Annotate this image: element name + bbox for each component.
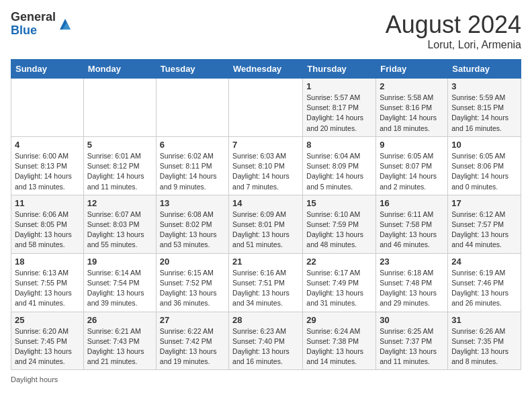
- day-number: 3: [451, 81, 517, 91]
- logo: General Blue: [11, 11, 73, 38]
- day-number: 29: [306, 315, 372, 325]
- calendar-day-cell: 3Sunrise: 5:59 AM Sunset: 8:15 PM Daylig…: [448, 79, 521, 137]
- calendar-day-cell: 1Sunrise: 5:57 AM Sunset: 8:17 PM Daylig…: [303, 79, 376, 137]
- calendar-day-cell: 19Sunrise: 6:14 AM Sunset: 7:54 PM Dayli…: [83, 253, 156, 312]
- footer: Daylight hours: [11, 375, 521, 383]
- logo-blue: Blue: [11, 24, 56, 38]
- day-info: Sunrise: 5:58 AM Sunset: 8:16 PM Dayligh…: [380, 93, 444, 134]
- day-number: 15: [306, 198, 372, 208]
- day-info: Sunrise: 6:24 AM Sunset: 7:38 PM Dayligh…: [306, 326, 372, 367]
- day-info: Sunrise: 6:09 AM Sunset: 8:01 PM Dayligh…: [232, 210, 299, 250]
- calendar-day-cell: 16Sunrise: 6:11 AM Sunset: 7:58 PM Dayli…: [376, 195, 448, 253]
- page-header: General Blue August 2024 Lorut, Lori, Ar…: [11, 11, 521, 51]
- day-number: 27: [160, 315, 225, 325]
- calendar-day-cell: 20Sunrise: 6:15 AM Sunset: 7:52 PM Dayli…: [156, 253, 228, 312]
- day-of-week-header: Saturday: [448, 60, 521, 79]
- calendar-day-cell: 24Sunrise: 6:19 AM Sunset: 7:46 PM Dayli…: [448, 253, 521, 312]
- day-info: Sunrise: 6:01 AM Sunset: 8:12 PM Dayligh…: [87, 151, 152, 192]
- calendar-week-row: 25Sunrise: 6:20 AM Sunset: 7:45 PM Dayli…: [11, 312, 521, 370]
- calendar-day-cell: 8Sunrise: 6:04 AM Sunset: 8:09 PM Daylig…: [303, 136, 376, 195]
- day-info: Sunrise: 6:15 AM Sunset: 7:52 PM Dayligh…: [160, 268, 225, 309]
- title-block: August 2024 Lorut, Lori, Armenia: [386, 11, 521, 51]
- day-number: 23: [380, 257, 444, 267]
- day-number: 17: [451, 198, 517, 208]
- day-info: Sunrise: 6:08 AM Sunset: 8:02 PM Dayligh…: [160, 210, 225, 250]
- day-info: Sunrise: 6:03 AM Sunset: 8:10 PM Dayligh…: [232, 151, 299, 192]
- day-info: Sunrise: 6:13 AM Sunset: 7:55 PM Dayligh…: [15, 268, 80, 309]
- day-number: 16: [380, 198, 444, 208]
- calendar-day-cell: 26Sunrise: 6:21 AM Sunset: 7:43 PM Dayli…: [83, 312, 156, 370]
- day-number: 26: [87, 315, 152, 325]
- calendar-day-cell: 4Sunrise: 6:00 AM Sunset: 8:13 PM Daylig…: [11, 136, 84, 195]
- calendar-day-cell: 15Sunrise: 6:10 AM Sunset: 7:59 PM Dayli…: [303, 195, 376, 253]
- day-of-week-header: Monday: [83, 60, 156, 79]
- day-number: 13: [160, 198, 225, 208]
- day-info: Sunrise: 6:26 AM Sunset: 7:35 PM Dayligh…: [451, 326, 517, 367]
- day-info: Sunrise: 6:25 AM Sunset: 7:37 PM Dayligh…: [380, 326, 444, 367]
- day-info: Sunrise: 6:19 AM Sunset: 7:46 PM Dayligh…: [451, 268, 517, 309]
- day-info: Sunrise: 5:59 AM Sunset: 8:15 PM Dayligh…: [451, 93, 517, 134]
- day-number: 5: [87, 140, 152, 150]
- day-of-week-header: Friday: [376, 60, 448, 79]
- calendar-day-cell: 30Sunrise: 6:25 AM Sunset: 7:37 PM Dayli…: [376, 312, 448, 370]
- day-info: Sunrise: 6:00 AM Sunset: 8:13 PM Dayligh…: [15, 151, 80, 192]
- calendar-day-cell: [229, 79, 303, 137]
- day-number: 7: [232, 140, 299, 150]
- day-number: 1: [306, 81, 372, 91]
- day-info: Sunrise: 6:23 AM Sunset: 7:40 PM Dayligh…: [232, 326, 299, 367]
- day-number: 12: [87, 198, 152, 208]
- calendar-day-cell: 18Sunrise: 6:13 AM Sunset: 7:55 PM Dayli…: [11, 253, 84, 312]
- calendar-day-cell: 29Sunrise: 6:24 AM Sunset: 7:38 PM Dayli…: [303, 312, 376, 370]
- day-number: 31: [451, 315, 517, 325]
- day-number: 10: [451, 140, 517, 150]
- calendar-day-cell: 11Sunrise: 6:06 AM Sunset: 8:05 PM Dayli…: [11, 195, 84, 253]
- calendar-day-cell: 13Sunrise: 6:08 AM Sunset: 8:02 PM Dayli…: [156, 195, 228, 253]
- calendar-table: SundayMondayTuesdayWednesdayThursdayFrid…: [11, 59, 521, 370]
- day-number: 21: [232, 257, 299, 267]
- calendar-day-cell: 21Sunrise: 6:16 AM Sunset: 7:51 PM Dayli…: [229, 253, 303, 312]
- day-number: 9: [380, 140, 444, 150]
- day-info: Sunrise: 6:05 AM Sunset: 8:07 PM Dayligh…: [380, 151, 444, 192]
- calendar-day-cell: [156, 79, 228, 137]
- day-number: 14: [232, 198, 299, 208]
- day-info: Sunrise: 6:11 AM Sunset: 7:58 PM Dayligh…: [380, 210, 444, 250]
- calendar-day-cell: 17Sunrise: 6:12 AM Sunset: 7:57 PM Dayli…: [448, 195, 521, 253]
- day-info: Sunrise: 6:07 AM Sunset: 8:03 PM Dayligh…: [87, 210, 152, 250]
- day-info: Sunrise: 6:12 AM Sunset: 7:57 PM Dayligh…: [451, 210, 517, 250]
- calendar-day-cell: [83, 79, 156, 137]
- calendar-day-cell: 6Sunrise: 6:02 AM Sunset: 8:11 PM Daylig…: [156, 136, 228, 195]
- day-info: Sunrise: 6:20 AM Sunset: 7:45 PM Dayligh…: [15, 326, 80, 367]
- day-number: 2: [380, 81, 444, 91]
- day-info: Sunrise: 6:04 AM Sunset: 8:09 PM Dayligh…: [306, 151, 372, 192]
- day-info: Sunrise: 6:22 AM Sunset: 7:42 PM Dayligh…: [160, 326, 225, 367]
- day-info: Sunrise: 6:21 AM Sunset: 7:43 PM Dayligh…: [87, 326, 152, 367]
- day-info: Sunrise: 5:57 AM Sunset: 8:17 PM Dayligh…: [306, 93, 372, 134]
- calendar-week-row: 18Sunrise: 6:13 AM Sunset: 7:55 PM Dayli…: [11, 253, 521, 312]
- calendar-day-cell: 25Sunrise: 6:20 AM Sunset: 7:45 PM Dayli…: [11, 312, 84, 370]
- day-info: Sunrise: 6:06 AM Sunset: 8:05 PM Dayligh…: [15, 210, 80, 250]
- month-year-title: August 2024: [386, 11, 521, 39]
- day-info: Sunrise: 6:10 AM Sunset: 7:59 PM Dayligh…: [306, 210, 372, 250]
- day-info: Sunrise: 6:05 AM Sunset: 8:06 PM Dayligh…: [451, 151, 517, 192]
- day-of-week-header: Sunday: [11, 60, 84, 79]
- calendar-day-cell: 7Sunrise: 6:03 AM Sunset: 8:10 PM Daylig…: [229, 136, 303, 195]
- day-number: 28: [232, 315, 299, 325]
- day-number: 4: [15, 140, 80, 150]
- calendar-day-cell: 23Sunrise: 6:18 AM Sunset: 7:48 PM Dayli…: [376, 253, 448, 312]
- calendar-day-cell: 9Sunrise: 6:05 AM Sunset: 8:07 PM Daylig…: [376, 136, 448, 195]
- day-number: 8: [306, 140, 372, 150]
- day-info: Sunrise: 6:17 AM Sunset: 7:49 PM Dayligh…: [306, 268, 372, 309]
- calendar-header-row: SundayMondayTuesdayWednesdayThursdayFrid…: [11, 60, 521, 79]
- day-of-week-header: Wednesday: [229, 60, 303, 79]
- calendar-day-cell: 31Sunrise: 6:26 AM Sunset: 7:35 PM Dayli…: [448, 312, 521, 370]
- day-of-week-header: Tuesday: [156, 60, 228, 79]
- logo-icon: [57, 16, 73, 32]
- calendar-day-cell: 28Sunrise: 6:23 AM Sunset: 7:40 PM Dayli…: [229, 312, 303, 370]
- day-info: Sunrise: 6:18 AM Sunset: 7:48 PM Dayligh…: [380, 268, 444, 309]
- day-number: 22: [306, 257, 372, 267]
- day-info: Sunrise: 6:16 AM Sunset: 7:51 PM Dayligh…: [232, 268, 299, 309]
- logo-general: General: [11, 11, 56, 24]
- day-number: 25: [15, 315, 80, 325]
- calendar-week-row: 4Sunrise: 6:00 AM Sunset: 8:13 PM Daylig…: [11, 136, 521, 195]
- calendar-week-row: 1Sunrise: 5:57 AM Sunset: 8:17 PM Daylig…: [11, 79, 521, 137]
